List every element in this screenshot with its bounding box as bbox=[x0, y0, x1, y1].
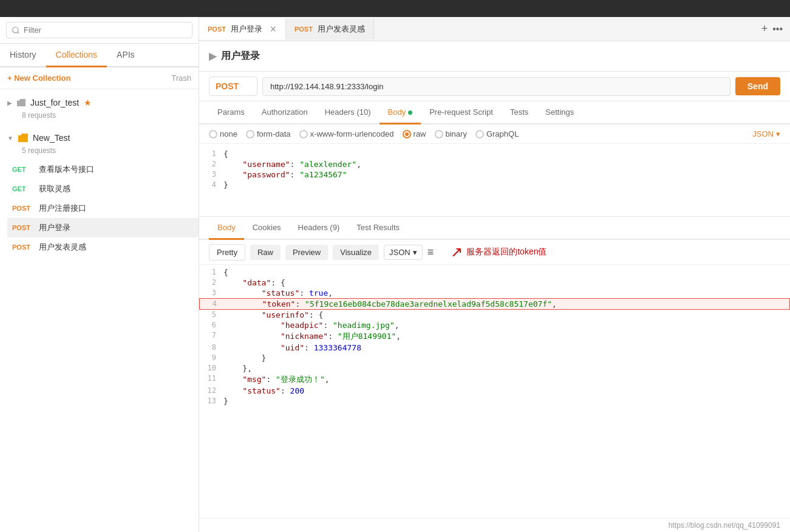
request-tab-0[interactable]: POST 用户登录 ✕ bbox=[199, 19, 286, 39]
resp-line-2: 2 "data": { bbox=[199, 278, 790, 288]
response-body: 1 { 2 "data": { 3 "status": true, 4 "tok… bbox=[199, 265, 790, 518]
url-input[interactable] bbox=[262, 77, 730, 96]
new-collection-button[interactable]: + New Collection bbox=[7, 73, 70, 83]
status-bar: https://blog.csdn.net/qq_41099091 bbox=[199, 518, 790, 532]
close-tab-0[interactable]: ✕ bbox=[270, 24, 277, 34]
method-select[interactable]: POST GET PUT DELETE bbox=[209, 77, 257, 96]
tab-name-0: 用户登录 bbox=[231, 24, 262, 35]
more-tabs-button[interactable]: ••• bbox=[772, 24, 783, 35]
request-name-2: 用户注册接口 bbox=[39, 203, 86, 214]
resp-line-11: 11 "msg": "登录成功！", bbox=[199, 373, 790, 386]
annotation-text: 服务器返回的token值 bbox=[466, 247, 547, 257]
request-item-0[interactable]: GET 查看版本号接口 bbox=[7, 160, 199, 179]
request-name-0: 查看版本号接口 bbox=[39, 164, 94, 175]
method-badge-post-4: POST bbox=[12, 244, 34, 251]
collection-item-new-test[interactable]: ▼ New_Test 5 requests bbox=[0, 124, 199, 160]
chevron-down-icon: ▼ bbox=[7, 135, 13, 142]
request-item-3[interactable]: POST 用户登录 bbox=[7, 218, 199, 237]
sidebar-tabs: History Collections APIs bbox=[0, 44, 199, 67]
request-name-4: 用户发表灵感 bbox=[39, 242, 86, 253]
radio-binary[interactable]: binary bbox=[435, 129, 467, 138]
resp-tab-headers[interactable]: Headers (9) bbox=[290, 217, 349, 240]
resp-line-1: 1 { bbox=[199, 267, 790, 278]
resp-tab-body[interactable]: Body bbox=[209, 217, 244, 240]
statusbar-url: https://blog.csdn.net/qq_41099091 bbox=[669, 521, 780, 530]
raw-button[interactable]: Raw bbox=[250, 245, 281, 260]
method-badge-post-3: POST bbox=[12, 224, 34, 231]
request-body-editor[interactable]: 1 { 2 "username": "alexlender", 3 "passw… bbox=[199, 144, 790, 217]
req-tab-params[interactable]: Params bbox=[209, 101, 253, 124]
sidebar-actions: + New Collection Trash bbox=[0, 67, 199, 89]
radio-raw[interactable]: raw bbox=[403, 129, 426, 138]
radio-urlencoded[interactable]: x-www-form-urlencoded bbox=[299, 129, 394, 138]
response-type-label: JSON bbox=[389, 248, 410, 257]
response-section: Body Cookies Headers (9) Test Results Pr… bbox=[199, 217, 790, 532]
resp-line-7: 7 "nickname": "用户8149901", bbox=[199, 330, 790, 343]
pretty-button[interactable]: Pretty bbox=[209, 244, 245, 261]
resp-tab-cookies[interactable]: Cookies bbox=[244, 217, 290, 240]
sidebar-tab-collections[interactable]: Collections bbox=[46, 44, 107, 67]
radio-none[interactable]: none bbox=[209, 129, 237, 138]
radio-dot-binary bbox=[435, 130, 443, 138]
tab-name-1: 用户发表灵感 bbox=[318, 24, 365, 35]
method-badge-get-0: GET bbox=[12, 166, 34, 173]
resp-line-3: 3 "status": true, bbox=[199, 288, 790, 298]
chevron-right-icon: ▶ bbox=[7, 100, 12, 106]
radio-dot-graphql bbox=[475, 130, 484, 138]
req-tab-body[interactable]: Body bbox=[380, 101, 421, 124]
sidebar-tab-history[interactable]: History bbox=[0, 44, 46, 67]
radio-dot-none bbox=[209, 130, 217, 138]
json-type-select[interactable]: JSON ▾ bbox=[752, 129, 780, 138]
wrap-icon[interactable]: ≡ bbox=[427, 246, 434, 259]
request-item-1[interactable]: GET 获取灵感 bbox=[7, 179, 199, 199]
resp-tab-test-results[interactable]: Test Results bbox=[348, 217, 408, 240]
request-title-arrow: ▶ bbox=[209, 50, 216, 62]
star-icon: ★ bbox=[84, 98, 92, 107]
body-dot bbox=[408, 111, 412, 115]
req-tab-authorization[interactable]: Authorization bbox=[253, 101, 316, 124]
resp-line-6: 6 "headpic": "headimg.jpg", bbox=[199, 320, 790, 330]
radio-label-binary: binary bbox=[446, 129, 467, 138]
search-input[interactable] bbox=[6, 22, 192, 38]
request-tab-1[interactable]: POST 用户发表灵感 bbox=[286, 19, 374, 39]
request-panel: ▶ 用户登录 bbox=[199, 41, 790, 72]
request-name-1: 获取灵感 bbox=[39, 183, 70, 194]
visualize-button[interactable]: Visualize bbox=[333, 245, 379, 260]
tab-method-1: POST bbox=[295, 26, 313, 33]
collection-item-just-for-test[interactable]: ▶ Just_for_test ★ 8 requests bbox=[0, 89, 199, 124]
collection-name: Just_for_test bbox=[30, 98, 79, 107]
req-tab-pre-request[interactable]: Pre-request Script bbox=[421, 101, 502, 124]
request-subtabs: Params Authorization Headers (10) Body P… bbox=[199, 101, 790, 124]
radio-graphql[interactable]: GraphQL bbox=[475, 129, 519, 138]
resp-line-8: 8 "uid": 1333364778 bbox=[199, 343, 790, 353]
collection-meta-2: 5 requests bbox=[22, 146, 191, 155]
chevron-down-icon: ▾ bbox=[776, 129, 780, 138]
collection-meta: 8 requests bbox=[22, 111, 191, 120]
req-line-3: 3 "password": "a1234567" bbox=[199, 169, 790, 180]
radio-dot-form-data bbox=[246, 130, 254, 138]
response-controls: Pretty Raw Preview Visualize JSON ▾ ≡ ↗ … bbox=[199, 240, 790, 265]
collection-name-2: New_Test bbox=[33, 133, 70, 143]
radio-form-data[interactable]: form-data bbox=[246, 129, 291, 138]
req-tab-tests[interactable]: Tests bbox=[502, 101, 537, 124]
new-tab-button[interactable]: + bbox=[761, 22, 768, 35]
req-line-1: 1 { bbox=[199, 149, 790, 159]
trash-button[interactable]: Trash bbox=[171, 73, 191, 83]
request-item-2[interactable]: POST 用户注册接口 bbox=[7, 199, 199, 218]
send-button[interactable]: Send bbox=[735, 77, 780, 95]
request-name-3: 用户登录 bbox=[39, 222, 70, 233]
request-item-4[interactable]: POST 用户发表灵感 bbox=[7, 237, 199, 257]
chevron-down-icon-resp: ▾ bbox=[413, 248, 417, 257]
req-tab-settings[interactable]: Settings bbox=[537, 101, 582, 124]
arrow-icon: ↗ bbox=[451, 244, 463, 261]
response-type-select[interactable]: JSON ▾ bbox=[384, 245, 423, 260]
main-layout: History Collections APIs + New Collectio… bbox=[0, 17, 790, 532]
preview-button[interactable]: Preview bbox=[285, 245, 328, 260]
request-title-text: 用户登录 bbox=[221, 50, 260, 63]
sidebar-tab-apis[interactable]: APIs bbox=[107, 44, 145, 67]
body-options: none form-data x-www-form-urlencoded raw… bbox=[199, 124, 790, 144]
response-tabs: Body Cookies Headers (9) Test Results bbox=[199, 217, 790, 240]
resp-line-13: 13 } bbox=[199, 396, 790, 406]
req-tab-headers[interactable]: Headers (10) bbox=[316, 101, 380, 124]
collection-header: ▶ Just_for_test ★ bbox=[7, 94, 191, 111]
